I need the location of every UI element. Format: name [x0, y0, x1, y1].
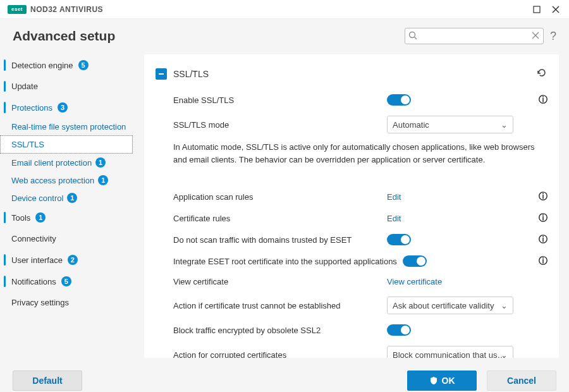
sidebar-label: Email client protection	[11, 158, 92, 168]
cancel-button[interactable]: Cancel	[487, 371, 556, 391]
button-label: Default	[32, 376, 62, 386]
mode-description: In Automatic mode, SSL/TLS is active onl…	[156, 138, 548, 175]
svg-point-3	[409, 32, 415, 38]
search-field-wrapper	[405, 28, 544, 44]
row-label: Action if certificate trust cannot be es…	[173, 301, 382, 310]
sidebar-label: Device control	[11, 193, 63, 203]
section-title: SSL/TLS	[173, 69, 530, 79]
content-panel: SSL/TLS Enable SSL/TLS ⓘ SSL/TLS mode Au…	[144, 54, 559, 358]
header-bar: Advanced setup ?	[0, 19, 569, 52]
title-bar: eset NOD32 ANTIVIRUS	[0, 0, 569, 19]
row-label: Integrate ESET root certificate into the…	[173, 257, 398, 266]
default-button[interactable]: Default	[13, 371, 82, 391]
badge: 3	[58, 102, 68, 113]
sidebar-label: Real-time file system protection	[11, 122, 126, 132]
info-button[interactable]: ⓘ	[535, 234, 548, 245]
page-title: Advanced setup	[13, 28, 115, 44]
select-trust-action[interactable]: Ask about certificate validity ⌄	[387, 297, 513, 314]
sidebar-label: SSL/TLS	[11, 140, 44, 149]
sidebar-item-user-interface[interactable]: User interface 2	[0, 249, 133, 271]
sidebar-sub-email[interactable]: Email client protection 1	[0, 154, 133, 171]
undo-icon	[536, 67, 548, 78]
sidebar-item-protections[interactable]: Protections 3	[0, 97, 133, 118]
brand-text: eset	[11, 6, 23, 12]
select-value: Block communication that us…	[393, 350, 505, 358]
button-label: OK	[442, 376, 455, 386]
info-button[interactable]: ⓘ	[535, 191, 548, 202]
sidebar-sub-realtime[interactable]: Real-time file system protection	[0, 118, 133, 135]
row-label: SSL/TLS mode	[173, 120, 382, 130]
sidebar-label: Protections	[11, 103, 52, 113]
sidebar-label: User interface	[11, 255, 63, 265]
info-button[interactable]: ⓘ	[535, 255, 548, 267]
search-input[interactable]	[405, 28, 544, 44]
sidebar-item-notifications[interactable]: Notifications 5	[0, 271, 133, 292]
close-icon	[552, 6, 560, 13]
badge: 5	[61, 276, 71, 286]
row-cert-rules: Certificate rules Edit ⓘ	[156, 207, 548, 229]
info-icon: ⓘ	[539, 191, 548, 201]
badge: 1	[35, 212, 46, 223]
sidebar-label: Notifications	[11, 277, 56, 286]
window-close-button[interactable]	[546, 2, 565, 17]
sidebar-item-privacy[interactable]: Privacy settings	[0, 292, 133, 313]
sidebar-label: Update	[11, 82, 38, 91]
link-edit-cert-rules[interactable]: Edit	[387, 214, 401, 223]
info-icon: ⓘ	[539, 94, 548, 104]
row-label: Application scan rules	[173, 192, 382, 202]
svg-line-4	[414, 37, 417, 40]
sidebar-label: Connectivity	[11, 234, 56, 243]
section-header: SSL/TLS	[156, 61, 548, 89]
info-button[interactable]: ⓘ	[535, 94, 548, 106]
select-ssl-mode[interactable]: Automatic ⌄	[387, 116, 513, 133]
ok-button[interactable]: OK	[407, 371, 477, 391]
sidebar-item-tools[interactable]: Tools 1	[0, 207, 133, 228]
row-ssl-mode: SSL/TLS mode Automatic ⌄	[156, 111, 548, 138]
revert-button[interactable]	[536, 67, 548, 80]
sidebar-sub-web[interactable]: Web access protection 1	[0, 171, 133, 189]
select-corrupted-action[interactable]: Block communication that us… ⌄	[387, 346, 513, 358]
toggle-integrate-cert[interactable]	[403, 255, 427, 267]
sidebar-item-update[interactable]: Update	[0, 76, 133, 97]
toggle-trusted-domains[interactable]	[387, 234, 411, 245]
brand-badge: eset	[8, 5, 27, 14]
badge: 2	[68, 255, 78, 265]
link-edit-app-rules[interactable]: Edit	[387, 192, 401, 202]
row-label: Certificate rules	[173, 214, 382, 223]
row-label: View certificate	[173, 277, 382, 286]
row-label: Action for corrupted certificates	[173, 350, 382, 358]
clear-search-icon[interactable]	[531, 31, 540, 42]
sidebar: Detection engine 5 Update Protections 3 …	[0, 52, 139, 363]
sidebar-label: Detection engine	[11, 61, 73, 70]
sidebar-label: Privacy settings	[11, 298, 69, 307]
row-label: Do not scan traffic with domains trusted…	[173, 235, 382, 245]
collapse-button[interactable]	[156, 68, 167, 80]
square-icon	[533, 6, 541, 13]
toggle-block-ssl2[interactable]	[387, 324, 411, 336]
row-trust-action: Action if certificate trust cannot be es…	[156, 291, 548, 319]
info-icon: ⓘ	[539, 212, 548, 223]
minus-icon	[158, 71, 164, 77]
row-integrate-root-cert: Integrate ESET root certificate into the…	[156, 250, 548, 272]
button-label: Cancel	[507, 376, 536, 386]
sidebar-item-detection-engine[interactable]: Detection engine 5	[0, 54, 133, 76]
main-area: Detection engine 5 Update Protections 3 …	[0, 52, 569, 363]
sidebar-label: Web access protection	[11, 176, 94, 185]
help-icon[interactable]: ?	[550, 30, 556, 43]
badge: 5	[78, 60, 89, 70]
badge: 1	[95, 157, 106, 168]
toggle-enable-ssl[interactable]	[387, 94, 411, 106]
sidebar-sub-ssl-tls[interactable]: SSL/TLS	[0, 135, 133, 154]
row-corrupted-cert-action: Action for corrupted certificates Block …	[156, 341, 548, 358]
window-maximize-button[interactable]	[527, 2, 546, 17]
row-trusted-domains: Do not scan traffic with domains trusted…	[156, 229, 548, 250]
row-label: Enable SSL/TLS	[173, 95, 382, 105]
svg-rect-0	[534, 6, 540, 13]
sidebar-sub-device[interactable]: Device control 1	[0, 189, 133, 207]
info-icon: ⓘ	[539, 255, 548, 266]
link-view-certificate[interactable]: View certificate	[387, 277, 442, 286]
row-block-ssl2: Block traffic encrypted by obsolete SSL2	[156, 319, 548, 341]
info-button[interactable]: ⓘ	[535, 212, 548, 224]
row-view-certificate: View certificate View certificate	[156, 272, 548, 291]
sidebar-item-connectivity[interactable]: Connectivity	[0, 228, 133, 249]
